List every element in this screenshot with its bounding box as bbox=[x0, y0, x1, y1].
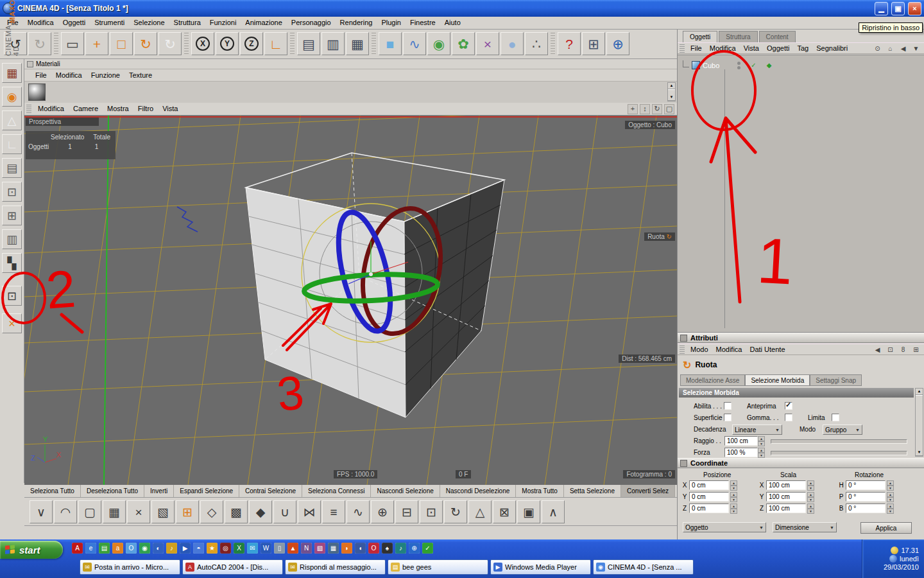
editor-visibility-dot[interactable] bbox=[737, 62, 740, 65]
render-active-icon[interactable]: ▥ bbox=[321, 32, 345, 55]
tab-settaggi-snap[interactable]: Settaggi Snap bbox=[810, 374, 862, 386]
coordinate-system-icon[interactable]: ∟ bbox=[264, 32, 287, 55]
abilita-checkbox[interactable] bbox=[724, 402, 732, 410]
stepper-down-icon[interactable]: ▼ bbox=[887, 486, 894, 491]
object-axis-mode-icon[interactable]: ▤ bbox=[2, 158, 22, 178]
coord-stepper[interactable]: ▲▼ bbox=[730, 504, 737, 513]
stepper-up-icon[interactable]: ▲ bbox=[807, 504, 814, 509]
stepper-down-icon[interactable]: ▼ bbox=[887, 509, 894, 514]
history-icon[interactable]: 8 bbox=[898, 345, 908, 355]
menu-personaggio[interactable]: Personaggio bbox=[287, 17, 336, 29]
raggio-stepper[interactable]: ▲▼ bbox=[758, 436, 765, 446]
object-list[interactable]: Cubo ✓ ◆ bbox=[678, 55, 924, 333]
tab-struttura[interactable]: Struttura bbox=[719, 31, 757, 42]
mediaplayer-icon[interactable]: ◐ bbox=[153, 543, 164, 554]
quicktime-icon[interactable]: ◓ bbox=[193, 543, 204, 554]
task-bee-gees[interactable]: ▤bee gees bbox=[388, 559, 488, 575]
coord-field-1-x[interactable]: 100 cm bbox=[766, 480, 806, 490]
coord-stepper[interactable]: ▲▼ bbox=[807, 480, 814, 490]
model-mode-icon[interactable]: ◉ bbox=[2, 87, 22, 107]
web-icon[interactable]: ⊕ bbox=[409, 543, 420, 554]
tab-oggetti[interactable]: Oggetti bbox=[683, 31, 717, 42]
coord-stepper[interactable]: ▲▼ bbox=[807, 492, 814, 502]
stepper-down-icon[interactable]: ▼ bbox=[807, 486, 814, 491]
outlook-icon[interactable]: O bbox=[126, 543, 137, 554]
phong-tag-icon[interactable]: ◆ bbox=[767, 62, 772, 69]
coord-stepper[interactable]: ▲▼ bbox=[807, 504, 814, 513]
autocad-icon[interactable]: ▲ bbox=[287, 543, 298, 554]
magnet-tool-icon[interactable]: ∪ bbox=[273, 500, 296, 523]
render-visibility-dot[interactable] bbox=[737, 66, 740, 69]
extrude-tool-icon[interactable]: ▧ bbox=[151, 500, 175, 523]
calc-icon[interactable]: ▦ bbox=[328, 543, 339, 554]
array-tool-icon[interactable]: ▩ bbox=[225, 500, 248, 523]
stepper-down-icon[interactable]: ▼ bbox=[730, 509, 737, 514]
superficie-checkbox[interactable] bbox=[724, 414, 732, 421]
task-rispondi-al-messaggio[interactable]: ✉Rispondi al messaggio... bbox=[285, 559, 386, 575]
materials-menu-modifica[interactable]: Modifica bbox=[51, 69, 87, 82]
menu-strumenti[interactable]: Strumenti bbox=[90, 17, 129, 29]
scroll-thumb[interactable] bbox=[916, 395, 923, 450]
lock-icon[interactable]: ⊡ bbox=[886, 345, 895, 355]
stepper-up-icon[interactable]: ▲ bbox=[887, 492, 894, 497]
selbar-seleziona-connessi[interactable]: Seleziona Connessi bbox=[302, 485, 371, 497]
viewport-menu-modifica[interactable]: Modifica bbox=[33, 103, 69, 115]
selbar-contrai-selezione[interactable]: Contrai Selezione bbox=[239, 485, 302, 497]
star-icon[interactable]: ★ bbox=[207, 543, 218, 554]
modo-dropdown[interactable]: Gruppo▼ bbox=[823, 425, 862, 435]
solid-tool-icon[interactable]: ◆ bbox=[249, 500, 272, 523]
render-view-icon[interactable]: ▤ bbox=[297, 32, 320, 55]
task-autocad-2004-dis[interactable]: AAutoCAD 2004 - [Dis... bbox=[182, 559, 283, 575]
selbar-setta-selezione[interactable]: Setta Selezione bbox=[564, 485, 621, 497]
panel-grip[interactable] bbox=[680, 44, 685, 53]
matrix-tool-icon[interactable]: ▦ bbox=[103, 500, 126, 523]
structure-arch-icon[interactable]: ∨ bbox=[30, 500, 53, 523]
subdivide-icon[interactable]: ▣ bbox=[517, 500, 540, 523]
add-spline-icon[interactable]: ∿ bbox=[403, 32, 426, 55]
stepper-up-icon[interactable]: ▲ bbox=[730, 492, 737, 497]
winamp-icon[interactable]: ♪ bbox=[166, 543, 177, 554]
games-icon[interactable]: ♠ bbox=[382, 543, 393, 554]
cube-object-icon[interactable] bbox=[692, 61, 700, 69]
popout-icon[interactable]: ⊞ bbox=[911, 345, 921, 355]
menu-oggetti[interactable]: Oggetti bbox=[58, 17, 90, 29]
add-nurbs-icon[interactable]: ◉ bbox=[427, 32, 450, 55]
stepper-down-icon[interactable]: ▼ bbox=[807, 497, 814, 502]
firefox-icon[interactable]: ◗ bbox=[341, 543, 352, 554]
bevel-tool-icon[interactable]: ◇ bbox=[200, 500, 223, 523]
viewport-menu-camere[interactable]: Camere bbox=[69, 103, 103, 115]
om-menu-modifica[interactable]: Modifica bbox=[706, 43, 740, 54]
mirror-tool-icon[interactable]: ⋈ bbox=[298, 500, 321, 523]
limita-checkbox[interactable] bbox=[832, 414, 839, 421]
viewport-canvas[interactable]: Z X Y bbox=[24, 116, 677, 485]
stepper-down-icon[interactable]: ▼ bbox=[758, 441, 765, 446]
toggle-view-icon[interactable]: ▢ bbox=[664, 104, 674, 114]
messenger-icon[interactable] bbox=[889, 555, 897, 563]
clock-icon[interactable] bbox=[891, 547, 898, 554]
spin-edge-icon[interactable]: ↻ bbox=[444, 500, 467, 523]
stepper-up-icon[interactable]: ▲ bbox=[887, 504, 894, 509]
material-thumbnail[interactable] bbox=[28, 83, 46, 101]
stepper-up-icon[interactable]: ▲ bbox=[730, 480, 737, 486]
rotate-view-icon[interactable]: ↻ bbox=[652, 104, 662, 114]
coord-stepper[interactable]: ▲▼ bbox=[730, 480, 737, 490]
back-arrow-icon[interactable]: ◀ bbox=[873, 345, 882, 355]
soft-selection-section-bar[interactable]: Selezione Morbida bbox=[679, 388, 914, 398]
menu-modifica[interactable]: Modifica bbox=[23, 17, 58, 29]
visibility-toggles[interactable] bbox=[737, 62, 740, 69]
last-tool-icon[interactable]: ↻ bbox=[158, 32, 182, 55]
triangulate-icon[interactable]: △ bbox=[468, 500, 492, 523]
render-settings-icon[interactable]: ▦ bbox=[346, 32, 369, 55]
snap-settings-icon[interactable]: ⊡ bbox=[2, 286, 22, 306]
nero-icon[interactable]: ◎ bbox=[220, 543, 231, 554]
bone-tool-icon[interactable]: × bbox=[2, 313, 22, 333]
help-icon[interactable]: ? bbox=[558, 32, 581, 55]
gomma-checkbox[interactable] bbox=[785, 414, 792, 421]
anteprima-checkbox[interactable] bbox=[785, 402, 792, 410]
selbar-seleziona-tutto[interactable]: Seleziona Tutto bbox=[24, 485, 81, 497]
stepper-up-icon[interactable]: ▲ bbox=[758, 448, 765, 453]
attr-menu-modo[interactable]: Modo bbox=[687, 344, 712, 355]
materials-menu-file[interactable]: File bbox=[31, 69, 51, 82]
viewport-menu-filtro[interactable]: Filtro bbox=[133, 103, 158, 115]
stepper-up-icon[interactable]: ▲ bbox=[807, 492, 814, 497]
